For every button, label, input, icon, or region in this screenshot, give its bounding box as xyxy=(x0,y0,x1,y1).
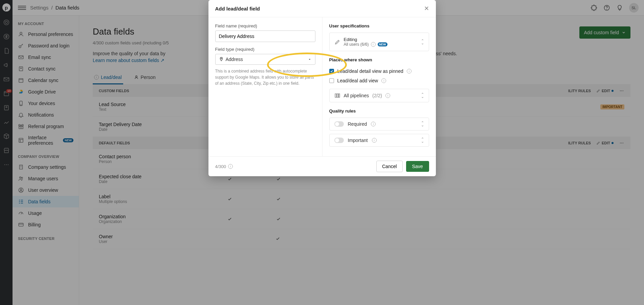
info-icon[interactable]: i xyxy=(372,138,377,143)
expand-icon: ⌃⌄ xyxy=(421,122,424,126)
footer-count: 4/300 i xyxy=(215,164,233,169)
info-icon[interactable]: i xyxy=(228,164,233,169)
required-toggle[interactable] xyxy=(334,121,344,127)
svg-rect-36 xyxy=(335,94,336,98)
cancel-button[interactable]: Cancel xyxy=(376,161,403,172)
info-icon[interactable]: i xyxy=(381,78,386,83)
field-type-select[interactable]: Address xyxy=(215,54,315,65)
expand-icon: ⌃⌄ xyxy=(421,138,424,143)
caret-down-icon xyxy=(308,57,312,61)
modal-title: Add lead/deal field xyxy=(215,6,260,12)
save-button[interactable]: Save xyxy=(406,161,429,172)
pencil-icon xyxy=(334,39,340,45)
places-title: Places where shown xyxy=(329,57,429,62)
user-spec-title: User specifications xyxy=(329,23,429,28)
expand-icon: ⌃⌄ xyxy=(421,93,424,98)
checkbox-add-view[interactable] xyxy=(329,78,334,83)
checkbox-pinned[interactable] xyxy=(329,69,334,74)
svg-rect-37 xyxy=(337,94,338,98)
editing-card[interactable]: Editing All users (6/6) i NEW ⌃⌄ xyxy=(329,33,429,51)
info-icon[interactable]: i xyxy=(385,93,390,98)
checkbox-pinned-row[interactable]: Lead/deal detail view as pinned i xyxy=(329,66,429,76)
field-type-label: Field type (required) xyxy=(215,47,315,52)
svg-rect-38 xyxy=(338,94,339,98)
pipelines-row[interactable]: All pipelines (2/2) i ⌃⌄ xyxy=(329,89,429,102)
checkbox-add-view-row[interactable]: Lead/deal add view i xyxy=(329,76,429,85)
expand-icon: ⌃⌄ xyxy=(421,40,424,44)
important-toggle[interactable] xyxy=(334,138,344,143)
info-icon[interactable]: i xyxy=(407,69,412,74)
info-icon[interactable]: i xyxy=(371,122,376,126)
field-name-label: Field name (required) xyxy=(215,23,315,28)
svg-point-35 xyxy=(221,58,221,59)
pin-icon xyxy=(219,57,224,62)
help-text: This is a combined address field with au… xyxy=(215,68,315,86)
field-name-input[interactable] xyxy=(215,30,315,42)
important-row[interactable]: Important i ⌃⌄ xyxy=(329,134,429,147)
quality-title: Quality rules xyxy=(329,108,429,114)
close-icon[interactable]: ✕ xyxy=(424,5,429,12)
columns-icon xyxy=(334,93,340,99)
info-icon[interactable]: i xyxy=(371,42,376,47)
required-row[interactable]: Required i ⌃⌄ xyxy=(329,118,429,130)
add-field-modal: Add lead/deal field ✕ Field name (requir… xyxy=(208,0,436,176)
